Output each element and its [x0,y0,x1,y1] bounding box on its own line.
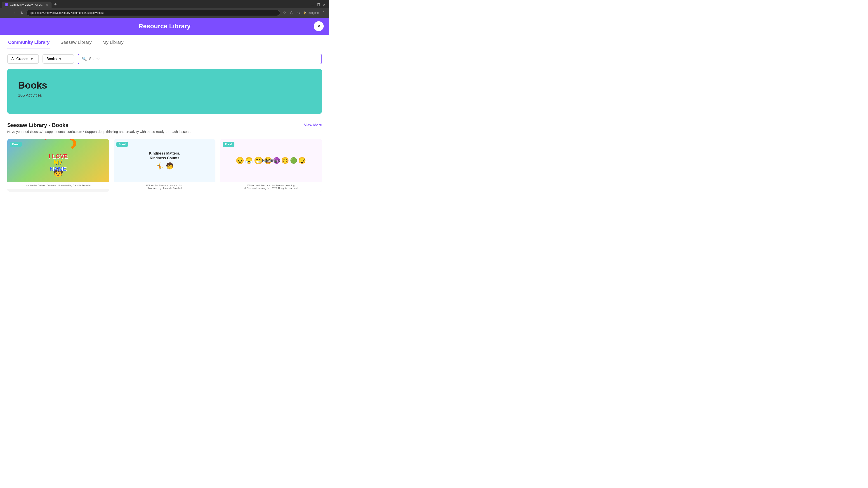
subject-chevron-icon: ▼ [58,57,62,61]
close-window-button[interactable]: ✕ [323,3,326,6]
subject-filter-label: Books [46,57,57,61]
browser-tab-bar: S Community Library - All Grades ✕ + — ❐… [0,0,329,8]
close-button[interactable]: ✕ [314,21,324,31]
profile-button[interactable]: ⊙ [296,10,301,16]
card-2-image: Kindness Matters,Kindness Counts 🤸🧒 [114,139,216,182]
search-box: 🔍 [78,54,322,64]
library-tabs: Community Library Seesaw Library My Libr… [0,36,329,49]
subject-filter[interactable]: Books ▼ [42,54,74,64]
incognito-label: Incognito [308,11,319,14]
bookmark-button[interactable]: ☆ [282,10,287,16]
resource-library-header: Resource Library ✕ [0,18,329,35]
seesaw-library-section: Seesaw Library - Books View More Have yo… [0,114,329,192]
hero-title: Books [18,80,311,91]
page-title: Resource Library [0,23,329,30]
card-3-title-overlay: Written and illustrated by Seesaw Learni… [220,182,322,192]
browser-chrome: S Community Library - All Grades ✕ + — ❐… [0,0,329,18]
view-more-link[interactable]: View More [304,123,322,127]
cards-grid: I LOVE MY NAME 🧒 Free! Written by Collee… [7,139,322,192]
page-content: Resource Library ✕ Community Library See… [0,18,329,192]
incognito-button[interactable]: 🕵 Incognito [303,11,319,14]
menu-button[interactable]: ⋮ [321,10,327,16]
maximize-button[interactable]: ❐ [317,3,320,6]
minimize-button[interactable]: — [311,3,314,6]
card-1-title-overlay: Written by Colleen Anderson Illustrated … [7,182,109,189]
grades-filter-label: All Grades [11,57,28,61]
card-3-free-badge: Free! [223,142,235,147]
tab-title: Community Library - All Grades [10,3,44,6]
forward-button[interactable]: → [11,10,17,16]
address-bar[interactable]: app.seesaw.me/#/activities/library?commu… [26,10,280,16]
tab-favicon: S [5,3,8,6]
hero-subtitle: 105 Activities [18,93,311,98]
extensions-button[interactable]: ⬡ [289,10,294,16]
browser-tab-active[interactable]: S Community Library - All Grades ✕ [2,2,52,8]
browser-nav: ← → ↻ app.seesaw.me/#/activities/library… [0,8,329,18]
nav-icons: ☆ ⬡ ⊙ 🕵 Incognito ⋮ [282,10,327,16]
refresh-button[interactable]: ↻ [19,10,25,16]
filters-row: All Grades ▼ Books ▼ 🔍 [0,49,329,69]
section-header: Seesaw Library - Books View More [7,122,322,128]
window-controls: — ❐ ✕ [309,2,327,7]
tab-close-button[interactable]: ✕ [46,3,49,6]
card-1-image: I LOVE MY NAME 🧒 [7,139,109,182]
card-1-free-badge: Free! [10,142,22,147]
card-2-title-overlay: Written By: Seesaw Learning Inc.Illustra… [114,182,216,192]
tab-community-library[interactable]: Community Library [7,36,51,49]
section-title: Seesaw Library - Books [7,122,68,128]
search-input[interactable] [89,57,318,61]
card-1[interactable]: I LOVE MY NAME 🧒 Free! Written by Collee… [7,139,109,192]
card-2-free-badge: Free! [116,142,128,147]
card-3-image: 😠 😤 😁 😂 🟣 😊 🟢 😏 Feelings [220,139,322,182]
grades-chevron-icon: ▼ [30,57,34,61]
grades-filter[interactable]: All Grades ▼ [7,54,39,64]
card-2[interactable]: Kindness Matters,Kindness Counts 🤸🧒 Free… [114,139,216,192]
tab-my-library[interactable]: My Library [101,36,124,49]
url-text: app.seesaw.me/#/activities/library?commu… [30,11,104,14]
tab-seesaw-library[interactable]: Seesaw Library [59,36,92,49]
hero-banner: Books 105 Activities [7,69,322,114]
card-2-author: Written By: Seesaw Learning Inc.Illustra… [117,184,213,190]
new-tab-button[interactable]: + [53,1,59,8]
search-icon: 🔍 [82,57,87,61]
card-1-author: Written by Colleen Anderson Illustrated … [10,184,106,187]
card-3-author: Written and illustrated by Seesaw Learni… [223,184,319,190]
back-button[interactable]: ← [3,10,9,16]
card-3[interactable]: 😠 😤 😁 😂 🟣 😊 🟢 😏 Feelings Free! Written a… [220,139,322,192]
section-description: Have you tried Seesaw's supplemental cur… [7,130,322,133]
incognito-icon: 🕵 [303,11,307,14]
